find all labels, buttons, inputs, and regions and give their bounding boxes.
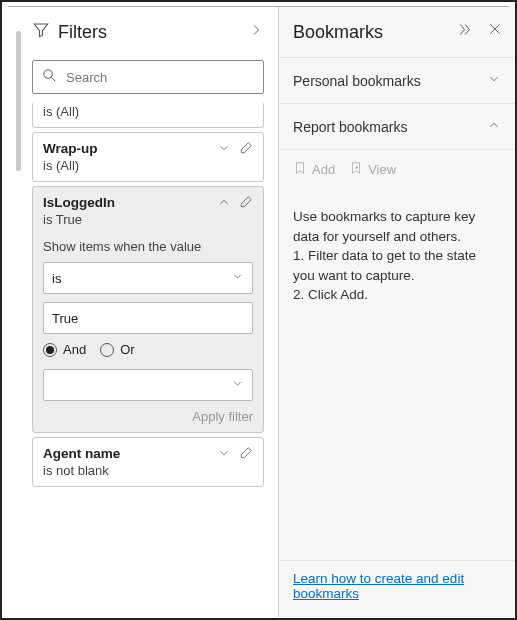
scrollbar[interactable] bbox=[2, 7, 24, 617]
filter-title: IsLoggedIn bbox=[43, 195, 217, 210]
search-placeholder: Search bbox=[66, 70, 107, 85]
chevron-down-icon[interactable] bbox=[217, 141, 231, 158]
eraser-icon[interactable] bbox=[239, 141, 253, 158]
filter-title: Agent name bbox=[43, 446, 217, 461]
report-bookmarks-label: Report bookmarks bbox=[293, 119, 407, 135]
chevron-down-icon bbox=[231, 377, 244, 393]
filter-title: Wrap-up bbox=[43, 141, 217, 156]
svg-point-0 bbox=[44, 70, 53, 79]
radio-or[interactable]: Or bbox=[100, 342, 134, 357]
radio-and[interactable]: And bbox=[43, 342, 86, 357]
filters-panel: Filters Search is (All) Wrap-up bbox=[2, 7, 279, 617]
close-icon[interactable] bbox=[487, 21, 503, 43]
search-icon bbox=[33, 67, 66, 87]
operator-select[interactable]: is bbox=[43, 262, 253, 294]
filter-status: is (All) bbox=[43, 158, 253, 173]
apply-filter-button[interactable]: Apply filter bbox=[43, 409, 253, 424]
eraser-icon[interactable] bbox=[239, 446, 253, 463]
personal-bookmarks-section[interactable]: Personal bookmarks bbox=[279, 58, 515, 104]
bookmark-view-icon bbox=[349, 160, 363, 179]
bookmarks-panel: Bookmarks Personal bookmarks Report book… bbox=[279, 7, 515, 617]
filters-header: Filters bbox=[24, 7, 272, 60]
radio-or-label: Or bbox=[120, 342, 134, 357]
logic-radio-group: And Or bbox=[43, 342, 253, 357]
bookmark-actions: Add View bbox=[279, 150, 515, 189]
chevron-up-icon[interactable] bbox=[217, 195, 231, 212]
scroll-thumb[interactable] bbox=[16, 31, 21, 171]
funnel-icon bbox=[32, 21, 50, 44]
operator-value: is bbox=[52, 271, 61, 286]
radio-and-label: And bbox=[63, 342, 86, 357]
filter-status: is (All) bbox=[43, 104, 253, 119]
value-input[interactable]: True bbox=[43, 302, 253, 334]
chevron-right-icon[interactable] bbox=[248, 22, 264, 43]
filters-title: Filters bbox=[58, 22, 248, 43]
filter-status: is True bbox=[43, 212, 253, 227]
chevron-up-icon bbox=[487, 118, 501, 135]
search-input[interactable]: Search bbox=[32, 60, 264, 94]
bookmarks-header: Bookmarks bbox=[279, 7, 515, 58]
bookmarks-learn-link[interactable]: Learn how to create and edit bookmarks bbox=[279, 560, 515, 617]
filter-description: Show items when the value bbox=[43, 239, 253, 254]
bookmark-add-icon bbox=[293, 160, 307, 179]
link-text: Learn how to create and edit bookmarks bbox=[293, 571, 464, 601]
personal-bookmarks-label: Personal bookmarks bbox=[293, 73, 421, 89]
add-label: Add bbox=[312, 162, 335, 177]
view-bookmark-button[interactable]: View bbox=[349, 160, 396, 179]
eraser-icon[interactable] bbox=[239, 195, 253, 212]
view-label: View bbox=[368, 162, 396, 177]
chevron-down-icon bbox=[487, 72, 501, 89]
bookmarks-title: Bookmarks bbox=[293, 22, 456, 43]
filter-card-agentname[interactable]: Agent name is not blank bbox=[32, 437, 264, 487]
bookmarks-help-text: Use bookmarks to capture key data for yo… bbox=[279, 189, 515, 560]
report-bookmarks-section[interactable]: Report bookmarks bbox=[279, 104, 515, 150]
chevron-down-icon[interactable] bbox=[217, 446, 231, 463]
add-bookmark-button[interactable]: Add bbox=[293, 160, 335, 179]
filter-card-wrapup[interactable]: Wrap-up is (All) bbox=[32, 132, 264, 182]
chevron-double-right-icon[interactable] bbox=[456, 21, 473, 43]
value-text: True bbox=[52, 311, 78, 326]
filter-card-isloggedin: IsLoggedIn is True Show items when the v… bbox=[32, 186, 264, 433]
secondary-select[interactable] bbox=[43, 369, 253, 401]
filter-card[interactable]: is (All) bbox=[32, 102, 264, 128]
filter-status: is not blank bbox=[43, 463, 253, 478]
chevron-down-icon bbox=[231, 270, 244, 286]
